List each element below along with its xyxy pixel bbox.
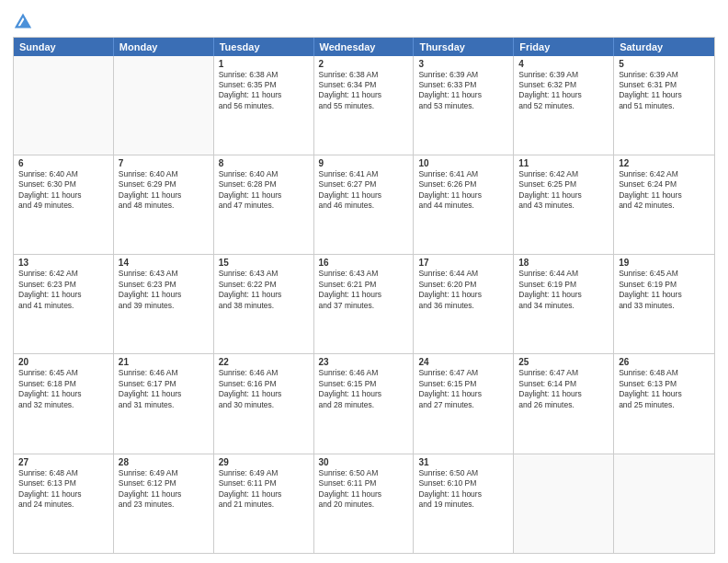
- cell-text: Sunrise: 6:40 AM Sunset: 6:30 PM Dayligh…: [18, 169, 108, 212]
- calendar-cell: 31Sunrise: 6:50 AM Sunset: 6:10 PM Dayli…: [414, 454, 514, 553]
- day-number: 17: [418, 258, 508, 268]
- calendar-cell: 4Sunrise: 6:39 AM Sunset: 6:32 PM Daylig…: [514, 56, 614, 155]
- day-number: 8: [219, 158, 309, 168]
- day-number: 2: [319, 59, 409, 69]
- cell-text: Sunrise: 6:47 AM Sunset: 6:15 PM Dayligh…: [418, 368, 508, 410]
- cell-text: Sunrise: 6:43 AM Sunset: 6:22 PM Dayligh…: [219, 269, 309, 311]
- cell-text: Sunrise: 6:50 AM Sunset: 6:11 PM Dayligh…: [319, 468, 409, 511]
- calendar-cell: 14Sunrise: 6:43 AM Sunset: 6:23 PM Dayli…: [114, 255, 214, 353]
- cell-text: Sunrise: 6:39 AM Sunset: 6:32 PM Dayligh…: [518, 70, 609, 112]
- cell-text: Sunrise: 6:39 AM Sunset: 6:33 PM Dayligh…: [418, 70, 508, 112]
- calendar-cell: [614, 454, 714, 553]
- calendar-cell: 13Sunrise: 6:42 AM Sunset: 6:23 PM Dayli…: [14, 255, 114, 353]
- header-day-thursday: Thursday: [414, 38, 514, 56]
- day-number: 9: [319, 158, 409, 168]
- header-day-sunday: Sunday: [14, 38, 114, 56]
- day-number: 6: [18, 158, 108, 168]
- logo-icon: [15, 13, 31, 29]
- day-number: 11: [518, 158, 609, 168]
- calendar-row-4: 27Sunrise: 6:48 AM Sunset: 6:13 PM Dayli…: [14, 454, 714, 553]
- cell-text: Sunrise: 6:46 AM Sunset: 6:16 PM Dayligh…: [219, 368, 309, 410]
- cell-text: Sunrise: 6:40 AM Sunset: 6:29 PM Dayligh…: [119, 169, 209, 212]
- calendar-cell: 24Sunrise: 6:47 AM Sunset: 6:15 PM Dayli…: [414, 354, 514, 453]
- day-number: 4: [518, 59, 609, 69]
- calendar-cell: 29Sunrise: 6:49 AM Sunset: 6:11 PM Dayli…: [214, 454, 314, 553]
- day-number: 28: [119, 457, 209, 467]
- calendar-cell: 15Sunrise: 6:43 AM Sunset: 6:22 PM Dayli…: [214, 255, 314, 353]
- calendar-cell: 11Sunrise: 6:42 AM Sunset: 6:25 PM Dayli…: [514, 155, 614, 254]
- day-number: 31: [418, 457, 508, 467]
- calendar-body: 1Sunrise: 6:38 AM Sunset: 6:35 PM Daylig…: [14, 56, 714, 554]
- cell-text: Sunrise: 6:46 AM Sunset: 6:17 PM Dayligh…: [119, 368, 209, 410]
- day-number: 20: [18, 357, 108, 367]
- header: [13, 9, 715, 31]
- day-number: 16: [319, 258, 409, 268]
- day-number: 10: [418, 158, 508, 168]
- day-number: 14: [119, 258, 209, 268]
- day-number: 22: [219, 357, 309, 367]
- calendar-header: SundayMondayTuesdayWednesdayThursdayFrid…: [14, 38, 714, 56]
- day-number: 13: [18, 258, 108, 268]
- cell-text: Sunrise: 6:43 AM Sunset: 6:23 PM Dayligh…: [119, 269, 209, 311]
- calendar-cell: 23Sunrise: 6:46 AM Sunset: 6:15 PM Dayli…: [314, 354, 415, 453]
- calendar-cell: 25Sunrise: 6:47 AM Sunset: 6:14 PM Dayli…: [514, 354, 614, 453]
- day-number: 30: [319, 457, 409, 467]
- day-number: 21: [119, 357, 209, 367]
- header-day-tuesday: Tuesday: [214, 38, 314, 56]
- day-number: 19: [619, 258, 710, 268]
- cell-text: Sunrise: 6:42 AM Sunset: 6:24 PM Dayligh…: [619, 169, 710, 212]
- calendar-cell: 30Sunrise: 6:50 AM Sunset: 6:11 PM Dayli…: [314, 454, 415, 553]
- calendar-cell: 21Sunrise: 6:46 AM Sunset: 6:17 PM Dayli…: [114, 354, 214, 453]
- header-day-monday: Monday: [114, 38, 214, 56]
- cell-text: Sunrise: 6:44 AM Sunset: 6:19 PM Dayligh…: [518, 269, 609, 311]
- cell-text: Sunrise: 6:40 AM Sunset: 6:28 PM Dayligh…: [219, 169, 309, 212]
- calendar-cell: 19Sunrise: 6:45 AM Sunset: 6:19 PM Dayli…: [614, 255, 714, 353]
- calendar-cell: 12Sunrise: 6:42 AM Sunset: 6:24 PM Dayli…: [614, 155, 714, 254]
- calendar-cell: 6Sunrise: 6:40 AM Sunset: 6:30 PM Daylig…: [14, 155, 114, 254]
- day-number: 15: [219, 258, 309, 268]
- calendar-cell: 22Sunrise: 6:46 AM Sunset: 6:16 PM Dayli…: [214, 354, 314, 453]
- calendar-cell: 26Sunrise: 6:48 AM Sunset: 6:13 PM Dayli…: [614, 354, 714, 453]
- cell-text: Sunrise: 6:45 AM Sunset: 6:19 PM Dayligh…: [619, 269, 710, 311]
- calendar-cell: 27Sunrise: 6:48 AM Sunset: 6:13 PM Dayli…: [14, 454, 114, 553]
- day-number: 29: [219, 457, 309, 467]
- header-day-friday: Friday: [514, 38, 614, 56]
- calendar-cell: 5Sunrise: 6:39 AM Sunset: 6:31 PM Daylig…: [614, 56, 714, 155]
- calendar-cell: 16Sunrise: 6:43 AM Sunset: 6:21 PM Dayli…: [314, 255, 415, 353]
- day-number: 18: [518, 258, 609, 268]
- cell-text: Sunrise: 6:49 AM Sunset: 6:11 PM Dayligh…: [219, 468, 309, 511]
- calendar-cell: 17Sunrise: 6:44 AM Sunset: 6:20 PM Dayli…: [414, 255, 514, 353]
- day-number: 5: [619, 59, 710, 69]
- calendar: SundayMondayTuesdayWednesdayThursdayFrid…: [13, 37, 715, 555]
- logo: [13, 13, 31, 31]
- day-number: 23: [319, 357, 409, 367]
- logo-text: [13, 13, 31, 33]
- day-number: 26: [619, 357, 710, 367]
- calendar-row-1: 6Sunrise: 6:40 AM Sunset: 6:30 PM Daylig…: [14, 155, 714, 254]
- calendar-cell: 2Sunrise: 6:38 AM Sunset: 6:34 PM Daylig…: [314, 56, 415, 155]
- page: SundayMondayTuesdayWednesdayThursdayFrid…: [0, 0, 728, 563]
- calendar-cell: [514, 454, 614, 553]
- cell-text: Sunrise: 6:39 AM Sunset: 6:31 PM Dayligh…: [619, 70, 710, 112]
- day-number: 25: [518, 357, 609, 367]
- cell-text: Sunrise: 6:38 AM Sunset: 6:35 PM Dayligh…: [219, 70, 309, 112]
- cell-text: Sunrise: 6:41 AM Sunset: 6:27 PM Dayligh…: [319, 169, 409, 212]
- cell-text: Sunrise: 6:42 AM Sunset: 6:25 PM Dayligh…: [518, 169, 609, 212]
- cell-text: Sunrise: 6:41 AM Sunset: 6:26 PM Dayligh…: [418, 169, 508, 212]
- calendar-row-2: 13Sunrise: 6:42 AM Sunset: 6:23 PM Dayli…: [14, 254, 714, 353]
- cell-text: Sunrise: 6:43 AM Sunset: 6:21 PM Dayligh…: [319, 269, 409, 311]
- header-day-saturday: Saturday: [614, 38, 714, 56]
- cell-text: Sunrise: 6:46 AM Sunset: 6:15 PM Dayligh…: [319, 368, 409, 410]
- day-number: 1: [219, 59, 309, 69]
- cell-text: Sunrise: 6:48 AM Sunset: 6:13 PM Dayligh…: [18, 468, 108, 511]
- day-number: 7: [119, 158, 209, 168]
- cell-text: Sunrise: 6:42 AM Sunset: 6:23 PM Dayligh…: [18, 269, 108, 311]
- cell-text: Sunrise: 6:45 AM Sunset: 6:18 PM Dayligh…: [18, 368, 108, 410]
- day-number: 24: [418, 357, 508, 367]
- cell-text: Sunrise: 6:50 AM Sunset: 6:10 PM Dayligh…: [418, 468, 508, 511]
- calendar-cell: 8Sunrise: 6:40 AM Sunset: 6:28 PM Daylig…: [214, 155, 314, 254]
- calendar-cell: 9Sunrise: 6:41 AM Sunset: 6:27 PM Daylig…: [314, 155, 415, 254]
- header-day-wednesday: Wednesday: [314, 38, 415, 56]
- cell-text: Sunrise: 6:49 AM Sunset: 6:12 PM Dayligh…: [119, 468, 209, 511]
- calendar-cell: 10Sunrise: 6:41 AM Sunset: 6:26 PM Dayli…: [414, 155, 514, 254]
